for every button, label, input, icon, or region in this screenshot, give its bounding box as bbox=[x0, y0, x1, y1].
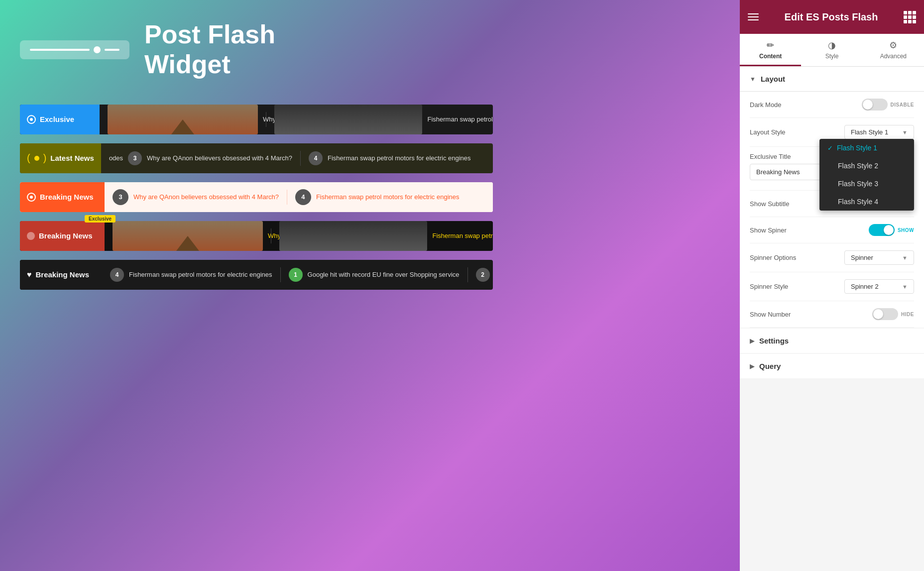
query-section-header[interactable]: ▶ Query bbox=[740, 354, 924, 378]
settings-section: ▶ Settings bbox=[740, 329, 924, 353]
layout-style-dropdown[interactable]: Flash Style 1 ▼ bbox=[844, 125, 914, 139]
dropdown-option-flash-style-2[interactable]: Flash Style 2 bbox=[819, 157, 914, 175]
show-spinner-toggle-label: SHOW bbox=[898, 228, 914, 233]
bar1-content: Why are QAnon believers obsessed with 4 … bbox=[100, 105, 493, 134]
show-spinner-toggle-thumb bbox=[884, 225, 894, 235]
panel-header: Edit ES Posts Flash bbox=[740, 0, 924, 34]
dropdown-option-flash-style-1[interactable]: ✓ Flash Style 1 bbox=[819, 139, 914, 157]
grid-dot-4 bbox=[904, 15, 907, 19]
right-panel: Edit ES Posts Flash ✏ Content ◑ Style ⚙ … bbox=[740, 0, 924, 571]
show-spinner-toggle-track[interactable] bbox=[869, 224, 895, 236]
layout-style-label: Layout Style bbox=[750, 128, 786, 136]
spinner-style-arrow: ▼ bbox=[902, 284, 908, 290]
layout-style-row: Layout Style Flash Style 1 ▼ ✓ Flash Sty… bbox=[750, 118, 914, 147]
bar2-paren-close: ) bbox=[43, 152, 47, 164]
dark-mode-toggle-label: DISABLE bbox=[891, 102, 914, 108]
grid-dot-7 bbox=[904, 20, 907, 23]
canvas-area: Post FlashWidget Exclusive Why are QAnon… bbox=[0, 0, 740, 571]
layout-section-body: Dark Mode DISABLE Layout Style Flash Sty… bbox=[740, 92, 924, 328]
flash-bar-breaking-red-wrapper: Exclusive Breaking News Why are QAnon be… bbox=[20, 221, 720, 251]
advanced-tab-label: Advanced bbox=[880, 53, 907, 60]
dark-mode-toggle[interactable]: DISABLE bbox=[862, 99, 914, 111]
show-number-toggle[interactable]: HIDE bbox=[872, 308, 914, 320]
bar5-news-item-3: 2 bbox=[468, 260, 493, 290]
spinner-style-value: Spinner 2 bbox=[851, 283, 879, 290]
advanced-tab-icon: ⚙ bbox=[889, 40, 897, 51]
query-section: ▶ Query bbox=[740, 354, 924, 378]
dropdown-option-flash-style-4[interactable]: Flash Style 4 bbox=[819, 193, 914, 211]
flash-bar-breaking-red: Breaking News Why are QAnon believers ob… bbox=[20, 221, 493, 251]
tab-advanced[interactable]: ⚙ Advanced bbox=[863, 34, 924, 66]
flash-bar-exclusive: Exclusive Why are QAnon believers obsess… bbox=[20, 105, 493, 134]
grid-dot-2 bbox=[908, 11, 912, 14]
bar3-news-item-1: 3 Why are QAnon believers obsessed with … bbox=[105, 182, 287, 212]
flash-bar-latest: ( ) Latest News odes 3 Why are QAnon bel… bbox=[20, 143, 493, 173]
bar1-news-item-1: Why are QAnon believers obsessed with 4 … bbox=[100, 105, 266, 134]
breaking-news-label-5: Breaking News bbox=[36, 270, 90, 279]
exclusive-title-label: Exclusive Title bbox=[750, 153, 791, 160]
bar5-content: 4 Fisherman swap petrol motors for elect… bbox=[102, 260, 493, 290]
tab-content[interactable]: ✏ Content bbox=[740, 34, 801, 66]
style-tab-icon: ◑ bbox=[828, 40, 836, 51]
spinner-options-value: Spinner bbox=[851, 254, 873, 261]
grid-dot-6 bbox=[913, 15, 916, 19]
bar4-thumb-1 bbox=[113, 221, 263, 251]
dropdown-option-flash-style-3[interactable]: Flash Style 3 bbox=[819, 175, 914, 193]
content-tab-label: Content bbox=[759, 53, 782, 60]
spinner-options-arrow: ▼ bbox=[902, 255, 908, 261]
grid-menu-button[interactable] bbox=[904, 11, 916, 23]
hamburger-line-1 bbox=[748, 13, 759, 14]
bar2-content: odes 3 Why are QAnon believers obsessed … bbox=[101, 143, 493, 173]
show-subtitle-label: Show Subtitle bbox=[750, 200, 790, 208]
style-tab-label: Style bbox=[825, 53, 839, 60]
spinner-options-row: Spinner Options Spinner ▼ bbox=[750, 243, 914, 272]
show-number-toggle-track[interactable] bbox=[872, 308, 898, 320]
hamburger-line-3 bbox=[748, 19, 759, 20]
dark-mode-label: Dark Mode bbox=[750, 101, 782, 109]
bar4-label: Breaking News bbox=[20, 221, 105, 251]
hamburger-menu-button[interactable] bbox=[748, 13, 759, 20]
breaking-news-label-4: Breaking News bbox=[39, 231, 93, 240]
bar1-news-item-2: Fisherman swap petrol motors for electri… bbox=[266, 105, 431, 134]
tab-style[interactable]: ◑ Style bbox=[801, 34, 862, 66]
flash-bar-breaking-dark: ♥ Breaking News 4 Fisherman swap petrol … bbox=[20, 260, 493, 290]
content-tab-icon: ✏ bbox=[767, 40, 774, 51]
dropdown-option-2-label: Flash Style 2 bbox=[838, 162, 878, 170]
bar4-content: Why are QAnon believers obsessed with 4 … bbox=[105, 221, 493, 251]
bar3-news-item-2: 4 Fisherman swap petrol motors for elect… bbox=[287, 182, 467, 212]
settings-section-header[interactable]: ▶ Settings bbox=[740, 329, 924, 353]
bar2-num-1: 3 bbox=[128, 151, 142, 165]
spinner-style-dropdown[interactable]: Spinner 2 ▼ bbox=[844, 279, 914, 294]
widget-icon-bar-short bbox=[105, 49, 119, 51]
grid-dot-8 bbox=[908, 20, 912, 23]
bar5-news-text-2: Google hit with record EU fine over Shop… bbox=[308, 271, 460, 278]
bar2-label: ( ) Latest News bbox=[20, 143, 101, 173]
spinner-options-label: Spinner Options bbox=[750, 254, 796, 261]
check-mark-icon: ✓ bbox=[827, 144, 833, 152]
bar3-label: Breaking News bbox=[20, 182, 105, 212]
bar1-thumb-2 bbox=[274, 105, 423, 134]
bar5-news-item-2: 1 Google hit with record EU fine over Sh… bbox=[281, 260, 467, 290]
dark-mode-toggle-track[interactable] bbox=[862, 99, 888, 111]
query-section-title: Query bbox=[759, 362, 781, 370]
widget-icon-bar-long bbox=[30, 49, 90, 51]
query-chevron-right-icon: ▶ bbox=[750, 363, 754, 370]
show-spinner-label: Show Spiner bbox=[750, 227, 787, 234]
bar2-dot bbox=[34, 156, 39, 161]
grid-dot-1 bbox=[904, 11, 907, 14]
bar2-paren-open: ( bbox=[27, 152, 30, 164]
spinner-options-dropdown[interactable]: Spinner ▼ bbox=[844, 250, 914, 265]
show-spinner-toggle[interactable]: SHOW bbox=[869, 224, 914, 236]
show-spinner-row: Show Spiner SHOW bbox=[750, 217, 914, 243]
layout-style-value: Flash Style 1 bbox=[851, 128, 888, 136]
dropdown-option-1-label: Flash Style 1 bbox=[837, 144, 877, 152]
bar4-news-text-2: Fisherman swap petrol motors for electri… bbox=[432, 232, 493, 239]
layout-section-header[interactable]: ▼ Layout bbox=[740, 67, 924, 92]
breaking-circle-icon bbox=[27, 193, 36, 202]
latest-news-label: Latest News bbox=[50, 154, 94, 162]
bar5-num-3: 2 bbox=[476, 268, 490, 282]
hamburger-line-2 bbox=[748, 16, 759, 17]
flash-bar-breaking-orange: Breaking News 3 Why are QAnon believers … bbox=[20, 182, 493, 212]
layout-style-dropdown-menu: ✓ Flash Style 1 Flash Style 2 Flash Styl… bbox=[819, 139, 914, 211]
widget-icon bbox=[20, 40, 129, 59]
